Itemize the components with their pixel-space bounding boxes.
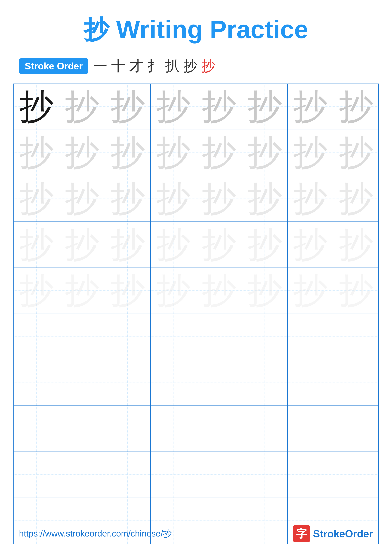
grid-cell-1-1[interactable]: 抄 xyxy=(14,84,59,130)
grid-cell-2-7[interactable]: 抄 xyxy=(288,130,333,175)
grid-row-9 xyxy=(14,452,378,498)
grid-cell-4-6[interactable]: 抄 xyxy=(242,222,288,268)
practice-char: 抄 xyxy=(202,273,236,308)
grid-cell-4-7[interactable]: 抄 xyxy=(288,222,333,268)
grid-cell-2-6[interactable]: 抄 xyxy=(242,130,288,175)
stroke-char-7: 抄 xyxy=(201,56,215,76)
grid-cell-3-8[interactable]: 抄 xyxy=(333,176,379,222)
grid-cell-7-2[interactable] xyxy=(59,360,105,406)
grid-cell-9-1[interactable] xyxy=(14,452,59,497)
grid-cell-9-6[interactable] xyxy=(242,452,288,497)
grid-cell-2-1[interactable]: 抄 xyxy=(14,130,59,175)
grid-cell-6-4[interactable] xyxy=(151,314,196,360)
footer-logo: 字 StrokeOrder xyxy=(293,525,373,542)
practice-char: 抄 xyxy=(110,89,145,124)
grid-cell-4-3[interactable]: 抄 xyxy=(105,222,151,268)
grid-cell-3-6[interactable]: 抄 xyxy=(242,176,288,222)
grid-cell-4-8[interactable]: 抄 xyxy=(333,222,379,268)
grid-cell-7-3[interactable] xyxy=(105,360,151,406)
grid-cell-3-1[interactable]: 抄 xyxy=(14,176,59,222)
grid-cell-1-5[interactable]: 抄 xyxy=(196,84,242,130)
grid-cell-8-3[interactable] xyxy=(105,406,151,452)
practice-char: 抄 xyxy=(202,89,236,124)
grid-cell-7-4[interactable] xyxy=(151,360,196,406)
grid-cell-5-2[interactable]: 抄 xyxy=(59,268,105,314)
grid-cell-3-5[interactable]: 抄 xyxy=(196,176,242,222)
grid-cell-3-7[interactable]: 抄 xyxy=(288,176,333,222)
practice-char: 抄 xyxy=(247,181,282,216)
grid-cell-6-8[interactable] xyxy=(333,314,379,360)
grid-cell-4-2[interactable]: 抄 xyxy=(59,222,105,268)
grid-cell-2-2[interactable]: 抄 xyxy=(59,130,105,175)
grid-cell-5-5[interactable]: 抄 xyxy=(196,268,242,314)
grid-row-8 xyxy=(14,406,378,452)
practice-char: 抄 xyxy=(65,227,100,262)
grid-cell-2-4[interactable]: 抄 xyxy=(151,130,196,175)
footer-logo-text: StrokeOrder xyxy=(313,528,373,540)
grid-cell-2-3[interactable]: 抄 xyxy=(105,130,151,175)
practice-char: 抄 xyxy=(247,227,282,262)
grid-cell-7-5[interactable] xyxy=(196,360,242,406)
practice-char: 抄 xyxy=(339,273,373,308)
practice-char: 抄 xyxy=(110,227,145,262)
grid-cell-4-1[interactable]: 抄 xyxy=(14,222,59,268)
grid-cell-7-1[interactable] xyxy=(14,360,59,406)
grid-cell-5-1[interactable]: 抄 xyxy=(14,268,59,314)
grid-cell-8-1[interactable] xyxy=(14,406,59,452)
grid-cell-8-7[interactable] xyxy=(288,406,333,452)
grid-cell-8-4[interactable] xyxy=(151,406,196,452)
grid-cell-1-7[interactable]: 抄 xyxy=(288,84,333,130)
grid-cell-8-2[interactable] xyxy=(59,406,105,452)
grid-cell-7-8[interactable] xyxy=(333,360,379,406)
grid-cell-7-7[interactable] xyxy=(288,360,333,406)
grid-cell-6-1[interactable] xyxy=(14,314,59,360)
grid-cell-3-3[interactable]: 抄 xyxy=(105,176,151,222)
practice-char: 抄 xyxy=(19,135,54,170)
grid-cell-7-6[interactable] xyxy=(242,360,288,406)
grid-cell-9-7[interactable] xyxy=(288,452,333,497)
grid-cell-6-6[interactable] xyxy=(242,314,288,360)
grid-cell-4-4[interactable]: 抄 xyxy=(151,222,196,268)
practice-char: 抄 xyxy=(19,89,54,124)
grid-cell-2-5[interactable]: 抄 xyxy=(196,130,242,175)
grid-cell-5-4[interactable]: 抄 xyxy=(151,268,196,314)
practice-char: 抄 xyxy=(19,181,54,216)
practice-char: 抄 xyxy=(156,181,191,216)
grid-cell-5-6[interactable]: 抄 xyxy=(242,268,288,314)
grid-cell-6-7[interactable] xyxy=(288,314,333,360)
grid-cell-9-5[interactable] xyxy=(196,452,242,497)
grid-cell-9-3[interactable] xyxy=(105,452,151,497)
practice-char: 抄 xyxy=(65,181,100,216)
grid-row-6 xyxy=(14,314,378,360)
practice-char: 抄 xyxy=(156,227,191,262)
grid-cell-8-5[interactable] xyxy=(196,406,242,452)
grid-cell-5-8[interactable]: 抄 xyxy=(333,268,379,314)
grid-cell-1-2[interactable]: 抄 xyxy=(59,84,105,130)
grid-cell-6-5[interactable] xyxy=(196,314,242,360)
stroke-char-5: 扒 xyxy=(165,56,179,76)
practice-char: 抄 xyxy=(293,135,328,170)
grid-cell-1-3[interactable]: 抄 xyxy=(105,84,151,130)
grid-cell-5-7[interactable]: 抄 xyxy=(288,268,333,314)
grid-cell-2-8[interactable]: 抄 xyxy=(333,130,379,175)
grid-cell-8-8[interactable] xyxy=(333,406,379,452)
grid-cell-9-4[interactable] xyxy=(151,452,196,497)
grid-cell-3-2[interactable]: 抄 xyxy=(59,176,105,222)
grid-cell-6-3[interactable] xyxy=(105,314,151,360)
grid-cell-1-8[interactable]: 抄 xyxy=(333,84,379,130)
practice-char: 抄 xyxy=(339,89,373,124)
practice-char: 抄 xyxy=(19,273,54,308)
grid-row-4: 抄 抄 抄 抄 抄 抄 抄 抄 xyxy=(14,222,378,268)
grid-cell-1-4[interactable]: 抄 xyxy=(151,84,196,130)
grid-cell-9-8[interactable] xyxy=(333,452,379,497)
grid-cell-1-6[interactable]: 抄 xyxy=(242,84,288,130)
practice-char: 抄 xyxy=(156,273,191,308)
grid-cell-8-6[interactable] xyxy=(242,406,288,452)
stroke-char-4: 扌 xyxy=(147,56,161,76)
grid-cell-3-4[interactable]: 抄 xyxy=(151,176,196,222)
grid-cell-6-2[interactable] xyxy=(59,314,105,360)
grid-cell-9-2[interactable] xyxy=(59,452,105,497)
practice-char: 抄 xyxy=(339,181,373,216)
grid-cell-5-3[interactable]: 抄 xyxy=(105,268,151,314)
grid-cell-4-5[interactable]: 抄 xyxy=(196,222,242,268)
